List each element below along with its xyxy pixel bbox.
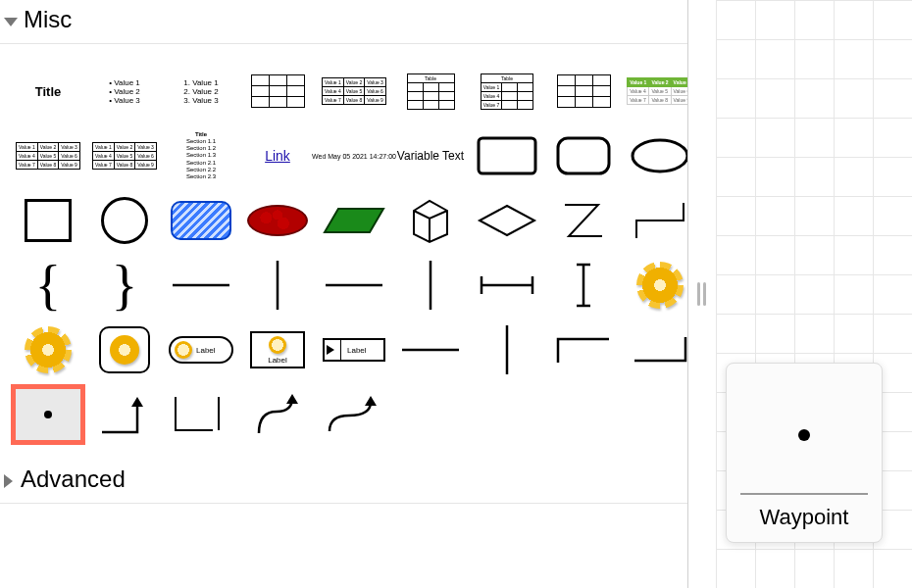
misc-shapes-grid: Title Value 1 Value 2 Value 3 1. Value 1…	[0, 44, 687, 452]
shape-hline[interactable]	[167, 258, 235, 313]
shape-scribble-rect[interactable]	[167, 193, 235, 248]
shape-table-text2[interactable]: Value 1Value 2Value 3 Value 4Value 5Valu…	[14, 128, 82, 183]
vline-icon	[503, 325, 511, 374]
square-icon	[25, 199, 72, 242]
shape-ordered-list[interactable]: 1. Value 1 2. Value 2 3. Value 3	[167, 64, 235, 119]
section-header-misc[interactable]: Misc	[0, 0, 687, 44]
shape-elbow-arrow[interactable]	[90, 387, 159, 442]
shape-gear2[interactable]	[14, 322, 82, 377]
shape-ellipse[interactable]	[626, 128, 688, 183]
shape-table-text[interactable]: Value 1Value 2Value 3 Value 4Value 5Valu…	[320, 64, 388, 119]
shape-curved-arrow2[interactable]	[320, 387, 388, 442]
hline-icon	[326, 281, 382, 289]
shape-table-header1[interactable]: Table	[396, 64, 465, 119]
chevron-right-icon	[4, 474, 13, 488]
panel-splitter[interactable]	[688, 0, 716, 588]
shape-empty1	[396, 387, 465, 442]
shape-vline[interactable]	[243, 258, 312, 313]
cube-icon	[406, 197, 455, 244]
shape-table-styled[interactable]: Value 1Value 2Value 3 Value 4Value 5Valu…	[626, 64, 688, 119]
shape-scribble-ellipse[interactable]	[243, 193, 312, 248]
shape-gear[interactable]	[626, 258, 688, 313]
shape-isometric-rect[interactable]	[320, 193, 388, 248]
shape-curved-arrow[interactable]	[243, 387, 312, 442]
gear-framed-icon	[99, 326, 150, 373]
shape-dimension-h[interactable]	[473, 258, 541, 313]
shape-timestamp[interactable]: Wed May 05 2021 14:27:00	[320, 128, 388, 183]
scribble-rect-icon	[171, 201, 231, 240]
shape-cube[interactable]	[396, 193, 465, 248]
shape-hline3[interactable]	[396, 322, 465, 377]
svg-rect-0	[479, 138, 535, 173]
shape-square-outline[interactable]	[14, 193, 82, 248]
shape-elbow-double[interactable]	[167, 387, 235, 442]
shape-hline2[interactable]	[320, 258, 388, 313]
drawing-canvas[interactable]: Waypoint	[716, 0, 912, 588]
table-icon: Value 1Value 2Value 3 Value 4Value 5Valu…	[16, 142, 80, 170]
shape-zigzag[interactable]	[549, 193, 618, 248]
table-icon	[557, 74, 611, 108]
shape-variable-text[interactable]: Variable Text	[396, 128, 465, 183]
play-label-icon: Label	[323, 338, 385, 362]
hline-icon	[402, 346, 459, 354]
shape-section-list[interactable]: Title Section 1.1 Section 1.2 Section 1.…	[167, 128, 235, 183]
numbered-list: 1. Value 1 2. Value 2 3. Value 3	[183, 78, 218, 105]
shape-dimension-v[interactable]	[549, 258, 618, 313]
shape-step-line[interactable]	[626, 193, 688, 248]
shape-gear-label-box[interactable]: Label	[243, 322, 312, 377]
table-icon: Table	[407, 74, 455, 110]
shape-empty4	[626, 387, 688, 442]
circle-icon	[101, 197, 148, 244]
table-icon: Value 1Value 2Value 3 Value 4Value 5Valu…	[322, 77, 386, 105]
shape-brace-right[interactable]: }	[90, 258, 159, 313]
vline-icon	[274, 261, 281, 310]
brace-right-icon: }	[112, 258, 138, 313]
zigzag-icon	[559, 197, 608, 244]
corner-icon	[556, 335, 611, 365]
shape-rounded-rect2[interactable]	[549, 128, 618, 183]
vline-icon	[427, 261, 434, 310]
elbow-double-icon	[174, 393, 228, 436]
shape-vline2[interactable]	[396, 258, 465, 313]
waypoint-icon	[798, 429, 810, 441]
shape-table-header2[interactable]: Table Value 1 Value 4 Value 7	[473, 64, 541, 119]
table-icon: Value 1Value 2Value 3 Value 4Value 5Valu…	[92, 142, 157, 170]
shape-link[interactable]: Link	[243, 128, 312, 183]
rounded-rect-icon	[477, 136, 537, 175]
shape-table-empty[interactable]	[243, 64, 312, 119]
shape-rounded-rect[interactable]	[473, 128, 541, 183]
variable-text: Variable Text	[397, 149, 464, 163]
svg-rect-1	[558, 138, 609, 173]
step-line-icon	[633, 199, 687, 242]
shape-unordered-list[interactable]: Value 1 Value 2 Value 3	[90, 64, 159, 119]
gear-label-box-icon: Label	[250, 331, 305, 368]
shape-corner-br[interactable]	[626, 322, 688, 377]
shape-play-label[interactable]: Label	[320, 322, 388, 377]
shape-circle-outline[interactable]	[90, 193, 159, 248]
shape-vline3[interactable]	[473, 322, 541, 377]
hline-icon	[173, 281, 229, 289]
shape-gear-label-pill[interactable]: Label	[167, 322, 235, 377]
shape-table-text3[interactable]: Value 1Value 2Value 3 Value 4Value 5Valu…	[90, 128, 159, 183]
brace-left-icon: {	[35, 258, 62, 313]
shape-corner-tl[interactable]	[549, 322, 618, 377]
shape-gear-framed[interactable]	[90, 322, 159, 377]
rounded-rect-icon	[556, 136, 611, 175]
shape-brace-left[interactable]: {	[14, 258, 82, 313]
waypoint-icon	[44, 411, 52, 418]
shape-table-crosshatch[interactable]	[549, 64, 618, 119]
shape-empty2	[473, 387, 541, 442]
shape-waypoint[interactable]	[14, 387, 82, 442]
shape-title[interactable]: Title	[14, 64, 82, 119]
table-icon: Table Value 1 Value 4 Value 7	[481, 74, 534, 110]
shape-rhombus[interactable]	[473, 193, 541, 248]
scribble-ellipse-icon	[247, 205, 308, 236]
curved-arrow-icon	[326, 392, 382, 437]
section-header-advanced[interactable]: Advanced	[0, 460, 687, 504]
rhombus-icon	[477, 203, 537, 238]
tooltip-label: Waypoint	[760, 505, 849, 530]
grip-icon	[697, 282, 707, 306]
title-text: Title	[35, 84, 62, 99]
ellipse-icon	[630, 137, 688, 174]
shape-empty3	[549, 387, 618, 442]
